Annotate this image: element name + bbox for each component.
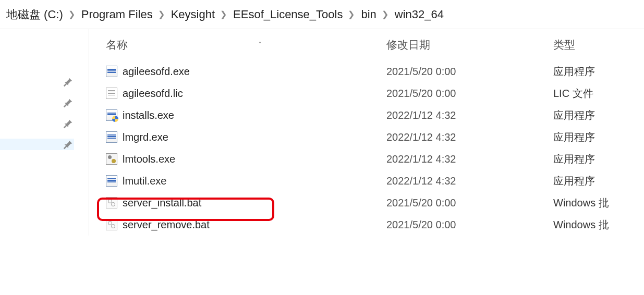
file-listing: 名称 ˄ 修改日期 类型 agileesofd.exe2021/5/20 0:0… bbox=[89, 29, 644, 236]
lic-file-icon bbox=[106, 88, 117, 99]
file-date: 2021/5/20 0:00 bbox=[386, 197, 553, 209]
file-type: 应用程序 bbox=[553, 152, 644, 166]
file-date: 2021/5/20 0:00 bbox=[386, 88, 553, 100]
file-row[interactable]: lmutil.exe2022/1/12 4:32应用程序 bbox=[89, 170, 644, 192]
file-date: 2021/5/20 0:00 bbox=[386, 66, 553, 78]
breadcrumb-label: EEsof_License_Tools bbox=[233, 8, 343, 21]
column-header-name[interactable]: 名称 ˄ bbox=[89, 38, 386, 52]
breadcrumb-label: 地磁盘 (C:) bbox=[6, 7, 63, 22]
breadcrumb-item[interactable]: Keysight ❯ bbox=[168, 8, 230, 21]
pin-item[interactable] bbox=[0, 76, 74, 88]
bat-file-icon bbox=[106, 219, 117, 230]
breadcrumb[interactable]: 地磁盘 (C:) ❯ Program Files ❯ Keysight ❯ EE… bbox=[0, 0, 644, 29]
file-date: 2021/5/20 0:00 bbox=[386, 219, 553, 231]
column-header-label: 名称 bbox=[106, 38, 128, 52]
file-name-cell: lmutil.exe bbox=[89, 175, 386, 187]
column-header-label: 修改日期 bbox=[386, 39, 430, 51]
file-type: Windows 批 bbox=[553, 218, 644, 232]
file-name-cell: server_remove.bat bbox=[89, 219, 386, 231]
chevron-right-icon: ❯ bbox=[382, 9, 388, 19]
app-file-icon bbox=[106, 66, 117, 77]
pin-item[interactable] bbox=[0, 118, 74, 129]
chevron-right-icon: ❯ bbox=[220, 9, 227, 19]
breadcrumb-item[interactable]: 地磁盘 (C:) ❯ bbox=[3, 7, 78, 22]
file-name: server_install.bat bbox=[123, 197, 201, 209]
file-row[interactable]: installs.exe2022/1/12 4:32应用程序 bbox=[89, 104, 644, 126]
appshield-file-icon bbox=[106, 109, 117, 121]
file-row[interactable]: server_remove.bat2021/5/20 0:00Windows 批 bbox=[89, 214, 644, 236]
file-date: 2022/1/12 4:32 bbox=[386, 153, 553, 165]
app-file-icon bbox=[106, 131, 117, 143]
file-type: LIC 文件 bbox=[553, 87, 644, 101]
file-name-cell: server_install.bat bbox=[89, 197, 386, 209]
column-header-row: 名称 ˄ 修改日期 类型 bbox=[89, 29, 644, 60]
file-name: lmutil.exe bbox=[123, 175, 166, 187]
file-date: 2022/1/12 4:32 bbox=[386, 131, 553, 143]
bat-file-icon bbox=[106, 197, 117, 208]
file-name-cell: agileesofd.exe bbox=[89, 66, 386, 78]
file-type: 应用程序 bbox=[553, 174, 644, 188]
file-name: installs.exe bbox=[123, 109, 174, 121]
tool-file-icon bbox=[106, 153, 117, 165]
file-row[interactable]: agileesofd.lic2021/5/20 0:00LIC 文件 bbox=[89, 82, 644, 104]
column-header-date[interactable]: 修改日期 bbox=[386, 38, 553, 52]
file-row[interactable]: lmgrd.exe2022/1/12 4:32应用程序 bbox=[89, 126, 644, 148]
breadcrumb-label: win32_64 bbox=[395, 8, 444, 21]
quick-access-pins bbox=[0, 29, 89, 236]
pin-icon bbox=[63, 139, 74, 150]
pin-item[interactable] bbox=[0, 97, 74, 108]
file-name-cell: lmtools.exe bbox=[89, 153, 386, 165]
file-type: 应用程序 bbox=[553, 130, 644, 144]
chevron-right-icon: ❯ bbox=[158, 9, 165, 19]
app-file-icon bbox=[106, 175, 117, 187]
breadcrumb-item[interactable]: Program Files ❯ bbox=[78, 8, 168, 21]
pin-icon bbox=[63, 76, 74, 88]
pin-icon bbox=[63, 97, 74, 108]
column-header-type[interactable]: 类型 bbox=[553, 38, 644, 52]
file-name: lmtools.exe bbox=[123, 153, 175, 165]
sort-up-icon: ˄ bbox=[258, 41, 262, 49]
pin-icon bbox=[63, 118, 74, 129]
file-type: 应用程序 bbox=[553, 108, 644, 122]
file-row[interactable]: agileesofd.exe2021/5/20 0:00应用程序 bbox=[89, 60, 644, 82]
breadcrumb-item[interactable]: bin ❯ bbox=[358, 8, 391, 21]
file-date: 2022/1/12 4:32 bbox=[386, 109, 553, 121]
chevron-right-icon: ❯ bbox=[68, 9, 75, 19]
breadcrumb-item[interactable]: win32_64 bbox=[392, 8, 447, 21]
breadcrumb-label: Keysight bbox=[171, 8, 215, 21]
file-name-cell: agileesofd.lic bbox=[89, 88, 386, 100]
chevron-right-icon: ❯ bbox=[348, 9, 355, 19]
file-type: 应用程序 bbox=[553, 65, 644, 79]
file-name-cell: lmgrd.exe bbox=[89, 131, 386, 143]
file-row[interactable]: server_install.bat2021/5/20 0:00Windows … bbox=[89, 192, 644, 214]
file-row[interactable]: lmtools.exe2022/1/12 4:32应用程序 bbox=[89, 148, 644, 170]
file-name-cell: installs.exe bbox=[89, 109, 386, 121]
file-date: 2022/1/12 4:32 bbox=[386, 175, 553, 187]
breadcrumb-label: Program Files bbox=[81, 8, 153, 21]
file-name: agileesofd.lic bbox=[123, 88, 183, 100]
pin-item[interactable] bbox=[0, 139, 74, 150]
breadcrumb-label: bin bbox=[361, 8, 376, 21]
file-name: server_remove.bat bbox=[123, 219, 210, 231]
file-name: agileesofd.exe bbox=[123, 66, 190, 78]
breadcrumb-item[interactable]: EEsof_License_Tools ❯ bbox=[230, 8, 358, 21]
file-type: Windows 批 bbox=[553, 196, 644, 210]
file-name: lmgrd.exe bbox=[123, 131, 168, 143]
column-header-label: 类型 bbox=[553, 39, 575, 51]
